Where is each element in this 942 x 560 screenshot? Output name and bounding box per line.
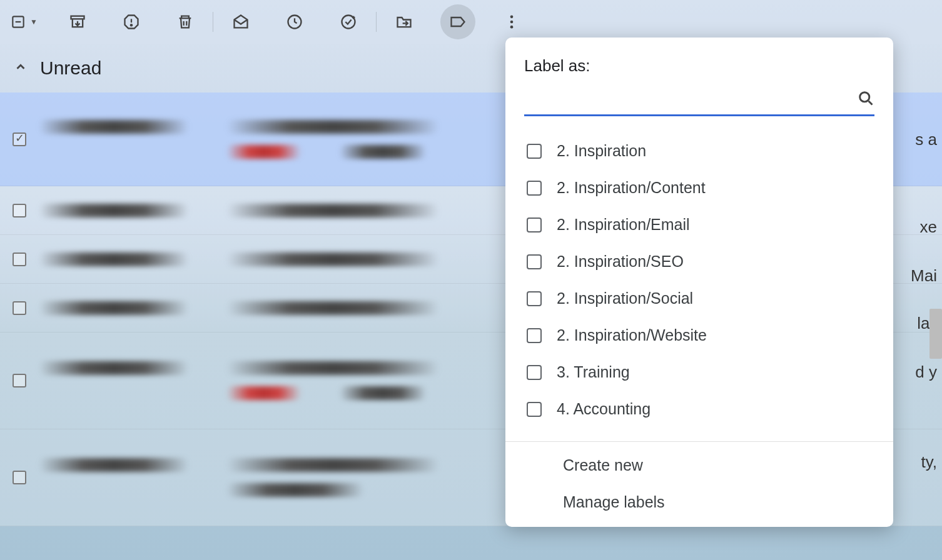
label-item-text: 2. Inspiration (557, 142, 646, 160)
svg-point-15 (860, 92, 869, 102)
folder-move-icon (395, 13, 413, 31)
task-icon (340, 13, 357, 31)
label-search (524, 86, 874, 116)
label-item[interactable]: 2. Inspiration/Email (505, 206, 893, 243)
label-item[interactable]: 2. Inspiration/Content (505, 169, 893, 206)
label-item[interactable]: 2. Inspiration/SEO (505, 243, 893, 280)
label-item-text: 2. Inspiration/Email (557, 216, 690, 234)
label-item-text: 2. Inspiration/Website (557, 326, 707, 344)
more-vert-icon (503, 13, 520, 31)
add-task-button[interactable] (331, 4, 366, 39)
checkbox-icon[interactable] (527, 254, 542, 269)
checkbox-outline-icon (10, 14, 26, 30)
delete-button[interactable] (168, 4, 203, 39)
label-item-text: 4. Accounting (557, 400, 651, 418)
label-items-list: 2. Inspiration 2. Inspiration/Content 2.… (505, 129, 893, 431)
text-fragment: xe (920, 218, 937, 237)
caret-down-icon: ▼ (30, 18, 38, 26)
archive-icon (69, 13, 86, 31)
label-search-input[interactable] (524, 86, 857, 111)
label-item[interactable]: 2. Inspiration (505, 132, 893, 169)
row-checkbox[interactable] (13, 132, 26, 146)
checkbox-icon[interactable] (527, 291, 542, 306)
checkbox-icon[interactable] (527, 402, 542, 417)
scrollbar[interactable] (929, 309, 942, 359)
svg-point-14 (510, 26, 514, 29)
label-item[interactable]: 2. Inspiration/Website (505, 317, 893, 354)
label-button[interactable] (440, 4, 475, 39)
popup-separator (505, 441, 893, 442)
row-checkbox[interactable] (13, 204, 26, 218)
row-checkbox[interactable] (13, 374, 26, 388)
label-item-text: 2. Inspiration/Social (557, 289, 693, 308)
mark-read-button[interactable] (223, 4, 258, 39)
checkbox-icon[interactable] (527, 365, 542, 380)
checkbox-icon[interactable] (527, 181, 542, 196)
label-item[interactable]: 4. Accounting (505, 391, 893, 428)
text-fragment: ty, (921, 452, 937, 472)
label-item-text: 3. Training (557, 363, 630, 381)
toolbar-separator (213, 12, 213, 32)
search-icon[interactable] (857, 89, 874, 107)
checkbox-icon[interactable] (527, 328, 542, 343)
archive-button[interactable] (60, 4, 95, 39)
create-new-label[interactable]: Create new (505, 447, 893, 484)
text-fragment: s a (915, 130, 937, 149)
label-item[interactable]: 2. Inspiration/Social (505, 280, 893, 317)
toolbar-separator (376, 12, 377, 32)
row-checkbox[interactable] (13, 252, 26, 266)
row-checkbox[interactable] (13, 301, 26, 315)
svg-point-13 (510, 21, 514, 24)
clock-icon (286, 13, 303, 31)
more-button[interactable] (494, 4, 529, 39)
checkbox-icon[interactable] (527, 218, 542, 232)
label-item-text: 2. Inspiration/SEO (557, 252, 684, 271)
svg-line-16 (869, 101, 873, 105)
label-item[interactable]: 3. Training (505, 354, 893, 391)
chevron-up-icon (14, 60, 28, 76)
report-spam-button[interactable] (114, 4, 149, 39)
label-item-text: 2. Inspiration/Content (557, 179, 706, 197)
text-fragment: d y (915, 362, 937, 382)
label-icon (449, 13, 467, 31)
spam-icon (123, 13, 140, 31)
svg-point-12 (510, 16, 514, 19)
section-title: Unread (40, 58, 101, 79)
select-checkbox[interactable]: ▼ (6, 4, 41, 39)
checkbox-icon[interactable] (527, 144, 542, 159)
manage-labels[interactable]: Manage labels (505, 484, 893, 521)
move-to-button[interactable] (387, 4, 422, 39)
label-popup: Label as: 2. Inspiration 2. Inspiration/… (505, 38, 893, 527)
trash-icon (176, 13, 194, 31)
text-fragment: Mai (911, 266, 937, 286)
svg-rect-2 (71, 16, 84, 19)
label-popup-title: Label as: (505, 52, 893, 82)
snooze-button[interactable] (277, 4, 312, 39)
row-checkbox[interactable] (13, 471, 26, 484)
svg-point-5 (131, 24, 132, 26)
mail-open-icon (232, 13, 250, 31)
